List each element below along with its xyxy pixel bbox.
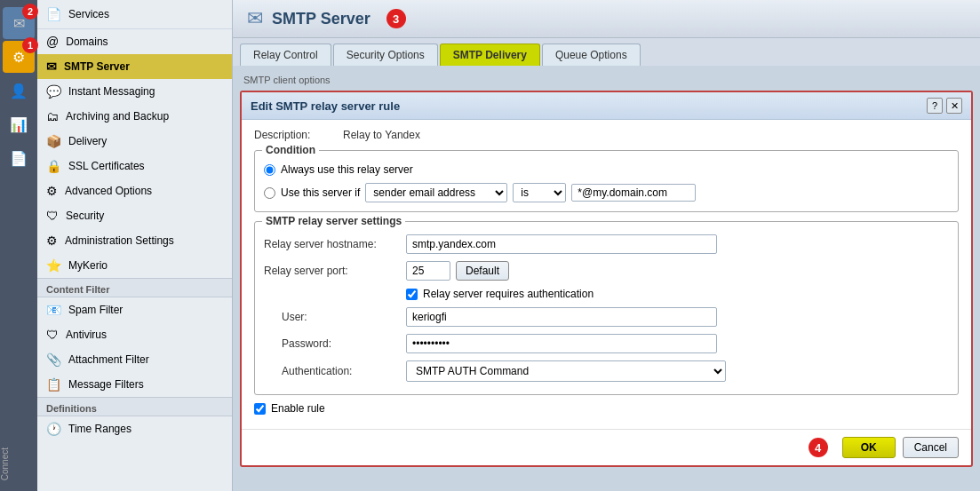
sidebar-item-instant-messaging[interactable]: 💬 Instant Messaging [37, 79, 232, 104]
sidebar-item-message-filters[interactable]: 📋 Message Filters [37, 372, 232, 397]
sidebar-label-delivery: Delivery [68, 135, 107, 147]
sidebar-label-archiving-backup: Archiving and Backup [66, 110, 169, 123]
icon-bar-docs[interactable]: 📄 [3, 142, 35, 174]
app-title: SMTP Server [272, 10, 370, 28]
smtp-settings-section: SMTP relay server settings Relay server … [254, 221, 959, 395]
sender-dropdown[interactable]: sender email address [365, 183, 507, 202]
advanced-options-icon: ⚙ [46, 184, 58, 198]
auth-checkbox[interactable] [406, 289, 418, 300]
auth-checkbox-label: Relay server requires authentication [423, 288, 594, 300]
sidebar-label-attachment-filter: Attachment Filter [68, 353, 149, 366]
edit-relay-dialog: Edit SMTP relay server rule ? ✕ Descript… [240, 91, 973, 467]
time-ranges-icon: 🕐 [46, 422, 61, 436]
app-icon: ✉ [247, 7, 263, 30]
description-value: Relay to Yandex [343, 129, 420, 141]
hostname-field[interactable] [406, 234, 717, 254]
attachment-filter-icon: 📎 [46, 352, 61, 367]
icon-bar-stats[interactable]: 📊 [3, 108, 35, 140]
archiving-icon: 🗂 [46, 109, 59, 123]
domain-field[interactable] [571, 184, 696, 202]
authentication-label: Authentication: [264, 365, 406, 377]
connect-label: Connect [0, 444, 10, 484]
hostname-label: Relay server hostname: [264, 238, 406, 250]
condition-section: Condition Always use this relay server U… [254, 150, 959, 212]
icon-bar-settings[interactable]: ⚙ 1 [3, 41, 35, 73]
is-dropdown[interactable]: is [513, 183, 566, 202]
badge-2: 2 [22, 4, 38, 20]
message-filters-icon: 📋 [46, 377, 61, 392]
icon-bar-mail[interactable]: ✉ 2 [3, 7, 35, 39]
sidebar-item-time-ranges[interactable]: 🕐 Time Ranges [37, 416, 232, 441]
ssl-icon: 🔒 [46, 159, 61, 173]
password-field[interactable] [406, 334, 717, 353]
radio-always-label: Always use this relay server [281, 163, 413, 176]
sidebar-item-archiving-backup[interactable]: 🗂 Archiving and Backup [37, 104, 232, 129]
badge-3: 3 [386, 9, 406, 28]
sidebar-item-antivirus[interactable]: 🛡 Antivirus [37, 322, 232, 347]
sidebar-item-ssl-certificates[interactable]: 🔒 SSL Certificates [37, 154, 232, 178]
enable-rule-label: Enable rule [271, 402, 325, 415]
content-filter-section: Content Filter [37, 278, 232, 297]
sidebar-label-antivirus: Antivirus [66, 329, 107, 341]
sidebar-label-message-filters: Message Filters [68, 378, 144, 391]
enable-rule-checkbox[interactable] [254, 403, 266, 415]
sidebar-label-administration-settings: Administration Settings [65, 234, 174, 247]
dialog-title: Edit SMTP relay server rule [251, 99, 400, 113]
section-label: SMTP client options [240, 73, 973, 91]
ok-button[interactable]: OK [842, 437, 896, 458]
dialog-header: Edit SMTP relay server rule ? ✕ [242, 92, 971, 120]
cancel-button[interactable]: Cancel [903, 437, 959, 458]
smtp-settings-title: SMTP relay server settings [262, 215, 405, 227]
sidebar-label-advanced-options: Advanced Options [65, 185, 152, 197]
sidebar-label-instant-messaging: Instant Messaging [68, 85, 155, 98]
badge-4: 4 [809, 438, 828, 457]
delivery-icon: 📦 [46, 134, 61, 148]
sidebar-label-time-ranges: Time Ranges [68, 423, 131, 435]
antivirus-icon: 🛡 [46, 328, 59, 342]
sidebar-label-ssl-certificates: SSL Certificates [68, 160, 145, 172]
sidebar-item-services[interactable]: 📄 Services [37, 0, 232, 29]
spam-filter-icon: 📧 [46, 303, 61, 317]
user-field[interactable] [406, 307, 717, 327]
badge-1: 1 [22, 37, 38, 53]
port-field[interactable] [406, 261, 450, 281]
sidebar-item-administration-settings[interactable]: ⚙ Administration Settings [37, 228, 232, 253]
sidebar-item-security[interactable]: 🛡 Security [37, 203, 232, 228]
sidebar-item-mykerio[interactable]: ⭐ MyKerio [37, 253, 232, 278]
instant-messaging-icon: 💬 [46, 84, 61, 99]
services-icon: 📄 [46, 7, 61, 21]
user-label: User: [264, 311, 406, 323]
sidebar-item-domains[interactable]: @ Domains [37, 29, 232, 54]
sidebar-label-domains: Domains [66, 36, 108, 48]
smtp-server-icon: ✉ [46, 59, 57, 74]
sidebar-label-mykerio: MyKerio [68, 259, 108, 272]
sidebar-item-spam-filter[interactable]: 📧 Spam Filter [37, 297, 232, 322]
port-label: Relay server port: [264, 265, 406, 277]
administration-settings-icon: ⚙ [46, 234, 58, 248]
password-label: Password: [264, 337, 406, 350]
dialog-footer: 4 OK Cancel [242, 429, 971, 465]
sidebar-label-services: Services [68, 8, 109, 20]
radio-always[interactable] [264, 164, 275, 176]
sidebar-label-spam-filter: Spam Filter [68, 304, 123, 316]
default-button[interactable]: Default [456, 261, 509, 281]
icon-bar-users[interactable]: 👤 [3, 75, 35, 107]
sidebar-label-security: Security [66, 210, 104, 222]
radio-use-if[interactable] [264, 187, 275, 199]
domains-icon: @ [46, 35, 59, 49]
auth-method-dropdown[interactable]: SMTP AUTH Command [406, 360, 726, 382]
sidebar-item-attachment-filter[interactable]: 📎 Attachment Filter [37, 347, 232, 372]
tab-smtp-delivery[interactable]: SMTP Delivery [440, 44, 540, 66]
condition-section-title: Condition [262, 144, 319, 156]
dialog-help-button[interactable]: ? [927, 98, 943, 114]
sidebar-item-advanced-options[interactable]: ⚙ Advanced Options [37, 178, 232, 203]
dialog-close-button[interactable]: ✕ [946, 98, 962, 114]
tab-security-options[interactable]: Security Options [333, 44, 438, 66]
sidebar-label-smtp-server: SMTP Server [64, 60, 130, 73]
tab-queue-options[interactable]: Queue Options [542, 44, 641, 66]
sidebar-item-delivery[interactable]: 📦 Delivery [37, 129, 232, 154]
security-icon: 🛡 [46, 209, 59, 223]
mykerio-icon: ⭐ [46, 258, 61, 273]
sidebar-item-smtp-server[interactable]: ✉ SMTP Server [37, 54, 232, 79]
tab-relay-control[interactable]: Relay Control [240, 44, 331, 66]
